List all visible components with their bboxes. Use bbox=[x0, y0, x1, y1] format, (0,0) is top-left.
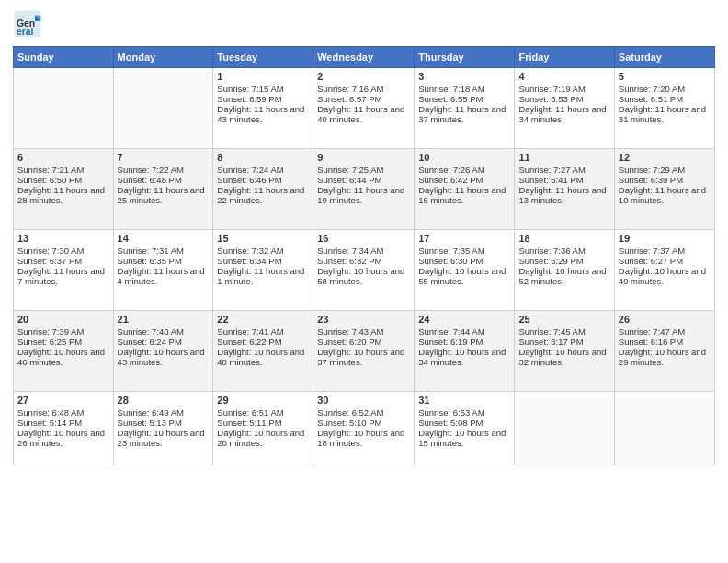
logo: Gen eral bbox=[13, 9, 46, 39]
daylight-text: Daylight: 11 hours and 16 minutes. bbox=[418, 185, 510, 205]
day-number: 29 bbox=[217, 395, 309, 406]
daylight-text: Daylight: 11 hours and 34 minutes. bbox=[518, 104, 609, 124]
sunset-text: Sunset: 5:13 PM bbox=[118, 418, 210, 428]
day-number: 23 bbox=[317, 314, 410, 325]
sunrise-text: Sunrise: 7:27 AM bbox=[518, 165, 609, 175]
day-number: 30 bbox=[317, 395, 410, 406]
calendar-cell: 6Sunrise: 7:21 AMSunset: 6:50 PMDaylight… bbox=[14, 149, 114, 230]
calendar-cell: 24Sunrise: 7:44 AMSunset: 6:19 PMDayligh… bbox=[415, 311, 515, 392]
day-number: 20 bbox=[17, 314, 109, 325]
daylight-text: Daylight: 11 hours and 31 minutes. bbox=[619, 104, 711, 124]
calendar-cell: 5Sunrise: 7:20 AMSunset: 6:51 PMDaylight… bbox=[614, 68, 714, 149]
sunset-text: Sunset: 6:39 PM bbox=[619, 175, 711, 185]
sunrise-text: Sunrise: 7:19 AM bbox=[518, 84, 609, 94]
sunrise-text: Sunrise: 7:25 AM bbox=[317, 165, 410, 175]
sunrise-text: Sunrise: 7:18 AM bbox=[418, 84, 510, 94]
day-number: 6 bbox=[17, 152, 109, 163]
sunset-text: Sunset: 5:10 PM bbox=[317, 418, 410, 428]
sunrise-text: Sunrise: 7:43 AM bbox=[317, 327, 410, 337]
daylight-text: Daylight: 10 hours and 46 minutes. bbox=[17, 347, 109, 367]
sunset-text: Sunset: 6:17 PM bbox=[518, 337, 609, 347]
daylight-text: Daylight: 11 hours and 19 minutes. bbox=[317, 185, 410, 205]
calendar-cell: 21Sunrise: 7:40 AMSunset: 6:24 PMDayligh… bbox=[113, 311, 213, 392]
calendar-cell bbox=[113, 68, 213, 149]
daylight-text: Daylight: 10 hours and 29 minutes. bbox=[619, 347, 711, 367]
daylight-text: Daylight: 11 hours and 1 minute. bbox=[217, 266, 309, 286]
daylight-text: Daylight: 11 hours and 40 minutes. bbox=[317, 104, 410, 124]
day-number: 31 bbox=[418, 395, 510, 406]
daylight-text: Daylight: 11 hours and 25 minutes. bbox=[118, 185, 210, 205]
sunrise-text: Sunrise: 7:26 AM bbox=[418, 165, 510, 175]
sunset-text: Sunset: 6:16 PM bbox=[619, 337, 711, 347]
calendar-cell: 27Sunrise: 6:48 AMSunset: 5:14 PMDayligh… bbox=[14, 392, 114, 465]
day-number: 2 bbox=[317, 71, 410, 82]
calendar-cell: 4Sunrise: 7:19 AMSunset: 6:53 PMDaylight… bbox=[515, 68, 614, 149]
calendar-cell: 3Sunrise: 7:18 AMSunset: 6:55 PMDaylight… bbox=[415, 68, 515, 149]
sunset-text: Sunset: 6:35 PM bbox=[118, 256, 210, 266]
daylight-text: Daylight: 11 hours and 7 minutes. bbox=[17, 266, 109, 286]
sunset-text: Sunset: 6:46 PM bbox=[217, 175, 309, 185]
sunrise-text: Sunrise: 7:41 AM bbox=[217, 327, 309, 337]
sunset-text: Sunset: 6:29 PM bbox=[518, 256, 609, 266]
day-number: 17 bbox=[418, 233, 510, 244]
sunrise-text: Sunrise: 7:15 AM bbox=[217, 84, 309, 94]
daylight-text: Daylight: 11 hours and 13 minutes. bbox=[518, 185, 609, 205]
calendar-cell: 17Sunrise: 7:35 AMSunset: 6:30 PMDayligh… bbox=[415, 230, 515, 311]
day-number: 19 bbox=[619, 233, 711, 244]
daylight-text: Daylight: 11 hours and 37 minutes. bbox=[418, 104, 510, 124]
daylight-text: Daylight: 10 hours and 49 minutes. bbox=[619, 266, 711, 286]
sunset-text: Sunset: 6:50 PM bbox=[17, 175, 109, 185]
calendar-cell: 18Sunrise: 7:36 AMSunset: 6:29 PMDayligh… bbox=[515, 230, 614, 311]
calendar-cell: 10Sunrise: 7:26 AMSunset: 6:42 PMDayligh… bbox=[415, 149, 515, 230]
day-number: 10 bbox=[418, 152, 510, 163]
day-number: 4 bbox=[518, 71, 609, 82]
calendar-cell: 13Sunrise: 7:30 AMSunset: 6:37 PMDayligh… bbox=[14, 230, 114, 311]
calendar-cell: 19Sunrise: 7:37 AMSunset: 6:27 PMDayligh… bbox=[614, 230, 714, 311]
calendar-cell bbox=[14, 68, 114, 149]
sunrise-text: Sunrise: 7:24 AM bbox=[217, 165, 309, 175]
daylight-text: Daylight: 10 hours and 55 minutes. bbox=[418, 266, 510, 286]
day-number: 15 bbox=[217, 233, 309, 244]
calendar-cell: 16Sunrise: 7:34 AMSunset: 6:32 PMDayligh… bbox=[313, 230, 415, 311]
calendar-cell: 7Sunrise: 7:22 AMSunset: 6:48 PMDaylight… bbox=[113, 149, 213, 230]
day-header-saturday: Saturday bbox=[614, 47, 714, 68]
day-number: 28 bbox=[118, 395, 210, 406]
calendar-cell: 12Sunrise: 7:29 AMSunset: 6:39 PMDayligh… bbox=[614, 149, 714, 230]
calendar-cell: 8Sunrise: 7:24 AMSunset: 6:46 PMDaylight… bbox=[213, 149, 313, 230]
sunrise-text: Sunrise: 7:35 AM bbox=[418, 246, 510, 256]
sunset-text: Sunset: 6:57 PM bbox=[317, 94, 410, 104]
sunrise-text: Sunrise: 7:29 AM bbox=[619, 165, 711, 175]
calendar-table: SundayMondayTuesdayWednesdayThursdayFrid… bbox=[13, 46, 715, 465]
day-number: 14 bbox=[118, 233, 210, 244]
daylight-text: Daylight: 10 hours and 37 minutes. bbox=[317, 347, 410, 367]
sunrise-text: Sunrise: 6:51 AM bbox=[217, 408, 309, 418]
sunset-text: Sunset: 6:24 PM bbox=[118, 337, 210, 347]
sunset-text: Sunset: 6:27 PM bbox=[619, 256, 711, 266]
sunrise-text: Sunrise: 7:31 AM bbox=[118, 246, 210, 256]
day-number: 8 bbox=[217, 152, 309, 163]
calendar-cell: 22Sunrise: 7:41 AMSunset: 6:22 PMDayligh… bbox=[213, 311, 313, 392]
sunrise-text: Sunrise: 7:20 AM bbox=[619, 84, 711, 94]
sunrise-text: Sunrise: 7:21 AM bbox=[17, 165, 109, 175]
calendar-cell: 29Sunrise: 6:51 AMSunset: 5:11 PMDayligh… bbox=[213, 392, 313, 465]
sunrise-text: Sunrise: 7:30 AM bbox=[17, 246, 109, 256]
sunrise-text: Sunrise: 6:52 AM bbox=[317, 408, 410, 418]
sunset-text: Sunset: 6:53 PM bbox=[518, 94, 609, 104]
calendar-cell: 14Sunrise: 7:31 AMSunset: 6:35 PMDayligh… bbox=[113, 230, 213, 311]
day-header-tuesday: Tuesday bbox=[213, 47, 313, 68]
daylight-text: Daylight: 10 hours and 43 minutes. bbox=[118, 347, 210, 367]
sunset-text: Sunset: 5:14 PM bbox=[17, 418, 109, 428]
day-number: 25 bbox=[518, 314, 609, 325]
sunset-text: Sunset: 6:19 PM bbox=[418, 337, 510, 347]
calendar-cell: 20Sunrise: 7:39 AMSunset: 6:25 PMDayligh… bbox=[14, 311, 114, 392]
daylight-text: Daylight: 11 hours and 4 minutes. bbox=[118, 266, 210, 286]
sunset-text: Sunset: 6:30 PM bbox=[418, 256, 510, 266]
sunrise-text: Sunrise: 7:37 AM bbox=[619, 246, 711, 256]
calendar-cell: 31Sunrise: 6:53 AMSunset: 5:08 PMDayligh… bbox=[415, 392, 515, 465]
sunset-text: Sunset: 6:55 PM bbox=[418, 94, 510, 104]
sunrise-text: Sunrise: 6:48 AM bbox=[17, 408, 109, 418]
sunrise-text: Sunrise: 7:39 AM bbox=[17, 327, 109, 337]
sunset-text: Sunset: 6:44 PM bbox=[317, 175, 410, 185]
calendar-cell bbox=[614, 392, 714, 465]
daylight-text: Daylight: 10 hours and 34 minutes. bbox=[418, 347, 510, 367]
